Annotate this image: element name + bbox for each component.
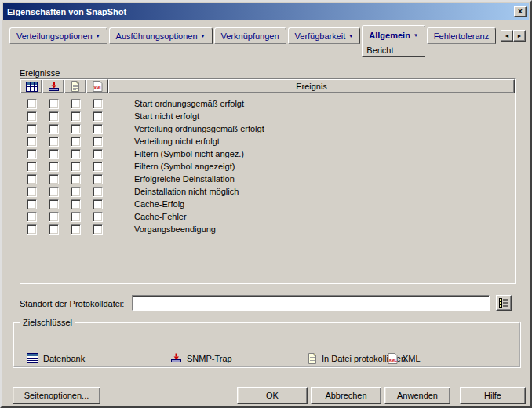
event-checkbox[interactable] bbox=[27, 174, 37, 184]
event-checkbox[interactable] bbox=[71, 124, 81, 134]
tab-verteilungsoptionen[interactable]: Verteilungsoptionen ▼ bbox=[9, 27, 107, 44]
event-checkbox[interactable] bbox=[27, 137, 37, 147]
apply-button[interactable]: Anwenden bbox=[384, 387, 450, 404]
legend-item-label: SNMP-Trap bbox=[187, 354, 232, 363]
checkbox-cell bbox=[42, 199, 64, 209]
legend-item-snmp-trap: SNMP-Trap bbox=[170, 353, 232, 363]
event-checkbox[interactable] bbox=[93, 174, 103, 184]
checkbox-cell bbox=[86, 149, 108, 159]
ereignis-column-header[interactable]: Ereignis bbox=[108, 79, 515, 93]
event-checkbox[interactable] bbox=[27, 212, 37, 222]
event-checkbox[interactable] bbox=[71, 212, 81, 222]
event-checkbox[interactable] bbox=[27, 149, 37, 159]
checkbox-cell bbox=[20, 212, 42, 222]
help-button[interactable]: Hilfe bbox=[460, 387, 526, 404]
legend-item-datenbank: Datenbank bbox=[27, 353, 85, 363]
event-checkbox[interactable] bbox=[93, 124, 103, 134]
event-checkbox[interactable] bbox=[93, 212, 103, 222]
event-checkbox[interactable] bbox=[71, 162, 81, 172]
file-icon bbox=[308, 353, 317, 364]
event-checkbox[interactable] bbox=[49, 174, 59, 184]
event-checkbox[interactable] bbox=[49, 212, 59, 222]
checkbox-cell bbox=[86, 212, 108, 222]
event-checkbox[interactable] bbox=[71, 99, 81, 109]
event-checkbox[interactable] bbox=[93, 199, 103, 209]
tab-scroll-left-button[interactable]: ◄ bbox=[501, 30, 513, 42]
tab-scroll-right-button[interactable]: ► bbox=[513, 30, 526, 42]
tab-label: Ausführungsoptionen bbox=[116, 31, 198, 41]
event-label: Cache-Erfolg bbox=[108, 199, 184, 209]
browse-button[interactable] bbox=[496, 295, 512, 311]
xml-column-header[interactable]: XML bbox=[86, 79, 108, 93]
checkbox-cell bbox=[64, 111, 86, 122]
legend-item-label: XML bbox=[403, 354, 421, 363]
checkbox-cell bbox=[20, 174, 42, 184]
checkbox-cell bbox=[64, 137, 86, 147]
event-checkbox[interactable] bbox=[27, 99, 37, 109]
table-row: Filtern (Symbol angezeigt) bbox=[20, 160, 515, 173]
event-checkbox[interactable] bbox=[49, 199, 59, 209]
checkbox-cell bbox=[64, 199, 86, 209]
event-checkbox[interactable] bbox=[71, 224, 81, 235]
page-options-button[interactable]: Seitenoptionen... bbox=[13, 387, 100, 404]
event-checkbox[interactable] bbox=[71, 187, 81, 197]
checkbox-cell bbox=[42, 224, 64, 235]
event-checkbox[interactable] bbox=[49, 149, 59, 159]
table-row: Deinstallation nicht möglich bbox=[20, 185, 515, 198]
event-checkbox[interactable] bbox=[27, 124, 37, 134]
event-checkbox[interactable] bbox=[49, 224, 59, 235]
checkbox-cell bbox=[20, 111, 42, 122]
log-location-label: Standort der Protokolldatei: bbox=[20, 299, 124, 308]
event-checkbox[interactable] bbox=[49, 137, 59, 147]
event-label: Filtern (Symbol nicht angez.) bbox=[108, 149, 244, 158]
tab-label: Verteilungsoptionen bbox=[16, 31, 93, 41]
event-checkbox[interactable] bbox=[27, 224, 37, 235]
event-checkbox[interactable] bbox=[27, 162, 37, 172]
event-checkbox[interactable] bbox=[71, 149, 81, 159]
event-checkbox[interactable] bbox=[71, 137, 81, 147]
event-checkbox[interactable] bbox=[93, 99, 103, 109]
event-label: Verteilung ordnungsgemäß erfolgt bbox=[108, 124, 264, 133]
file-column-header[interactable] bbox=[64, 79, 86, 93]
tab-verknuepfungen[interactable]: Verknüpfungen bbox=[214, 27, 286, 44]
event-checkbox[interactable] bbox=[93, 187, 103, 197]
checkbox-cell bbox=[64, 99, 86, 109]
event-checkbox[interactable] bbox=[49, 99, 59, 109]
event-checkbox[interactable] bbox=[27, 199, 37, 209]
table-row: Cache-Erfolg bbox=[20, 198, 515, 210]
event-checkbox[interactable] bbox=[27, 187, 37, 197]
event-label: Verteilung nicht erfolgt bbox=[108, 137, 220, 146]
tab-verfuegbarkeit[interactable]: Verfügbarkeit ▼ bbox=[288, 27, 361, 44]
event-checkbox[interactable] bbox=[71, 199, 81, 209]
event-checkbox[interactable] bbox=[93, 137, 103, 147]
table-row: Verteilung nicht erfolgt bbox=[20, 135, 515, 148]
window-title: Eigenschaften von SnapShot bbox=[7, 7, 514, 16]
snmp-trap-column-header[interactable] bbox=[42, 79, 64, 93]
log-location-input[interactable] bbox=[132, 295, 490, 311]
event-checkbox[interactable] bbox=[49, 124, 59, 134]
checkbox-cell bbox=[42, 111, 64, 122]
event-checkbox[interactable] bbox=[93, 149, 103, 159]
close-button[interactable]: × bbox=[514, 6, 527, 17]
event-checkbox[interactable] bbox=[71, 111, 81, 122]
event-checkbox[interactable] bbox=[49, 187, 59, 197]
event-checkbox[interactable] bbox=[93, 111, 103, 122]
event-checkbox[interactable] bbox=[93, 162, 103, 172]
checkbox-cell bbox=[86, 111, 108, 122]
ok-button[interactable]: OK bbox=[237, 387, 308, 404]
subpage-bericht[interactable]: Bericht bbox=[362, 44, 425, 57]
database-column-header[interactable] bbox=[20, 79, 42, 93]
event-checkbox[interactable] bbox=[93, 224, 103, 235]
event-checkbox[interactable] bbox=[49, 162, 59, 172]
event-checkbox[interactable] bbox=[27, 111, 37, 122]
event-checkbox[interactable] bbox=[49, 111, 59, 122]
tab-fehlertoleranz[interactable]: Fehlertoleranz bbox=[427, 27, 496, 44]
event-label: Start ordnungsgemäß erfolgt bbox=[108, 99, 244, 108]
tab-bar: Verteilungsoptionen ▼ Ausführungsoptione… bbox=[9, 25, 526, 44]
target-keys-title: Zielschlüssel bbox=[20, 318, 75, 327]
cancel-button[interactable]: Abbrechen bbox=[311, 387, 381, 404]
event-checkbox[interactable] bbox=[71, 174, 81, 184]
title-bar: Eigenschaften von SnapShot × bbox=[3, 3, 529, 20]
tab-allgemein[interactable]: Allgemein ▼ Bericht bbox=[362, 25, 425, 44]
tab-ausfuehrungsoptionen[interactable]: Ausführungsoptionen ▼ bbox=[109, 27, 213, 44]
